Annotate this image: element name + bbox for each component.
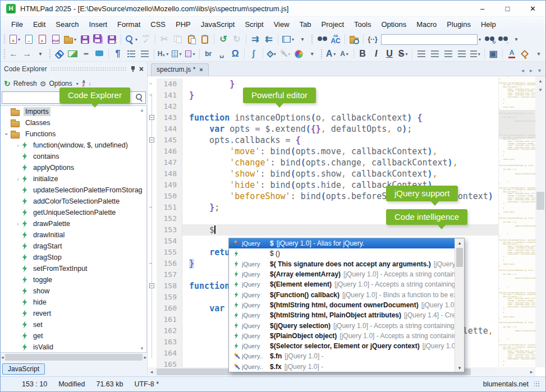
format-overflow-button[interactable]: ▾ (533, 48, 545, 60)
save-all-button[interactable] (92, 33, 104, 45)
tree-item[interactable]: contains (1, 151, 146, 162)
clipboard-button[interactable] (199, 33, 211, 45)
line-number[interactable]: 158 (157, 280, 182, 292)
options-button[interactable]: Options (49, 80, 72, 87)
nav-overflow-button[interactable]: ▾ (34, 48, 47, 60)
indent-button[interactable]: ⇉ (249, 33, 261, 45)
fold-gutter[interactable]: − (148, 280, 157, 292)
fold-gutter[interactable] (148, 303, 157, 314)
line-number[interactable]: 160 (157, 303, 182, 314)
fold-gutter[interactable]: − (148, 135, 157, 146)
code-line-text[interactable]: var opts = $.extend({}, defaultOpts, o); (182, 123, 535, 135)
fold-gutter[interactable] (148, 325, 157, 336)
code-line-text[interactable]: opts.callbacks = { (182, 135, 535, 146)
open-file-button[interactable]: ▾ (63, 33, 77, 45)
website-link[interactable]: blumentals.net (483, 380, 529, 388)
fill-color-button[interactable] (519, 48, 531, 60)
insert-image-button[interactable] (66, 48, 79, 60)
table-button[interactable]: ▾ (171, 48, 183, 60)
chevron-right-icon[interactable]: › (14, 142, 22, 149)
tree-item[interactable]: toggle (1, 274, 146, 285)
new-html-document-button[interactable]: A (36, 33, 48, 45)
autocomplete-item[interactable]: jQuery$(Element element)[jQuery 1.0] - A… (229, 279, 455, 289)
resize-grip[interactable] (534, 381, 540, 387)
code-line-text[interactable]: 'hide': bind(opts.hide, callbackContext)… (182, 179, 535, 191)
chevron-down-icon[interactable]: › (3, 130, 10, 138)
search-icon[interactable] (136, 94, 144, 102)
tree-item[interactable]: dragStart (1, 241, 146, 252)
menu-file[interactable]: File (6, 18, 28, 31)
fold-gutter[interactable] (148, 258, 157, 269)
tab-list-icon[interactable]: ▾ (538, 67, 541, 73)
scroll-right-icon[interactable]: ▸ (527, 369, 535, 375)
line-number[interactable]: 146 (157, 146, 182, 157)
new-web-document-button[interactable]: ‹› (22, 33, 35, 45)
line-spacing-button[interactable]: ▾ (469, 48, 481, 60)
tree-item[interactable]: ›initialize (1, 173, 146, 185)
panel-layout-button[interactable]: ▾ (281, 33, 295, 45)
spell-check-button[interactable]: ABC✓ (140, 33, 152, 45)
numbered-list-button[interactable] (139, 48, 151, 60)
save-button[interactable] (79, 33, 91, 45)
tab-scroll-right-icon[interactable]: ▸ (530, 67, 533, 73)
menu-edit[interactable]: Edit (28, 18, 51, 31)
line-break-button[interactable]: br (202, 48, 214, 60)
line-number[interactable]: 147 (157, 157, 182, 168)
maximize-button[interactable]: □ (495, 1, 520, 16)
line-number[interactable]: 155 (157, 247, 182, 258)
menu-php[interactable]: PHP (171, 18, 196, 31)
javascript-panel-tab[interactable]: JavaScript (2, 363, 45, 375)
chevron-right-icon[interactable]: › (14, 220, 22, 227)
gear-icon[interactable]: ⚙ (40, 80, 47, 88)
underline-button[interactable]: U (383, 48, 396, 60)
fold-gutter[interactable] (148, 146, 157, 157)
refresh-button[interactable]: Refresh (13, 80, 37, 87)
insert-hr-button[interactable]: ━ (80, 48, 92, 60)
find-in-path-button[interactable]: → (497, 33, 509, 45)
autocomplete-item[interactable]: jQuery$[jQuery 1.0] - Alias for jQuery. (229, 238, 455, 248)
quick-search-button[interactable]: ▾ (124, 33, 139, 45)
tree-item[interactable]: applyOptions (1, 162, 146, 173)
search-combobox[interactable]: ▾ (380, 33, 482, 45)
tree-item[interactable]: ›function(window, $, undefined) (1, 140, 146, 151)
tree-item[interactable]: getUniqueSelectionPalette (1, 207, 146, 218)
line-number[interactable]: 159 (157, 292, 182, 303)
fold-gutter[interactable] (148, 236, 157, 247)
tree-item[interactable]: addColorToSelectionPalette (1, 196, 146, 207)
line-number[interactable]: 164 (157, 348, 182, 359)
fold-gutter[interactable] (148, 202, 157, 213)
tab-close-icon[interactable]: × (199, 66, 203, 73)
code-line-text[interactable] (182, 101, 535, 112)
refresh-icon[interactable]: ↻ (4, 79, 11, 88)
fold-gutter[interactable] (148, 90, 157, 101)
tree-item[interactable]: dragStop (1, 252, 146, 263)
bold-button[interactable]: B (356, 48, 369, 60)
format-painter-button[interactable]: ▾ (279, 48, 291, 60)
fold-gutter[interactable] (148, 314, 157, 325)
line-number[interactable]: 145 (157, 135, 182, 146)
fold-gutter[interactable] (148, 101, 157, 112)
tree-item[interactable]: updateSelectionPaletteFromStorag (1, 185, 146, 196)
scroll-down-icon[interactable]: ▾ (458, 363, 461, 372)
scrollbar-thumb[interactable] (536, 192, 544, 210)
insert-comment-button[interactable] (93, 48, 105, 60)
new-php-document-button[interactable]: PHP (49, 33, 62, 45)
heading-button[interactable]: H₁▾ (157, 48, 169, 60)
editor-vertical-scrollbar[interactable]: ▴ ▾ (535, 76, 545, 367)
paste-button[interactable] (185, 33, 198, 45)
tree-item[interactable]: drawInitial (1, 229, 146, 241)
font-decrease-button[interactable]: A▾ (338, 48, 351, 60)
replace-button[interactable]: ABAC (329, 33, 342, 45)
tree-item[interactable]: revert (1, 308, 146, 319)
tree-scrollbar[interactable]: ▴ ▾ (138, 107, 146, 351)
code-line-text[interactable]: $ (182, 224, 535, 236)
new-document-button[interactable]: ✱▾ (8, 33, 21, 45)
fold-gutter[interactable] (148, 179, 157, 191)
scroll-left-icon[interactable]: ◂ (148, 369, 155, 375)
paragraph-button[interactable]: ¶ (112, 48, 124, 60)
fold-gutter[interactable] (148, 123, 157, 135)
panel-close-icon[interactable]: × (139, 65, 144, 73)
find-in-files-button[interactable] (348, 33, 360, 45)
line-number[interactable]: 149 (157, 179, 182, 191)
pin-icon[interactable] (130, 66, 136, 72)
